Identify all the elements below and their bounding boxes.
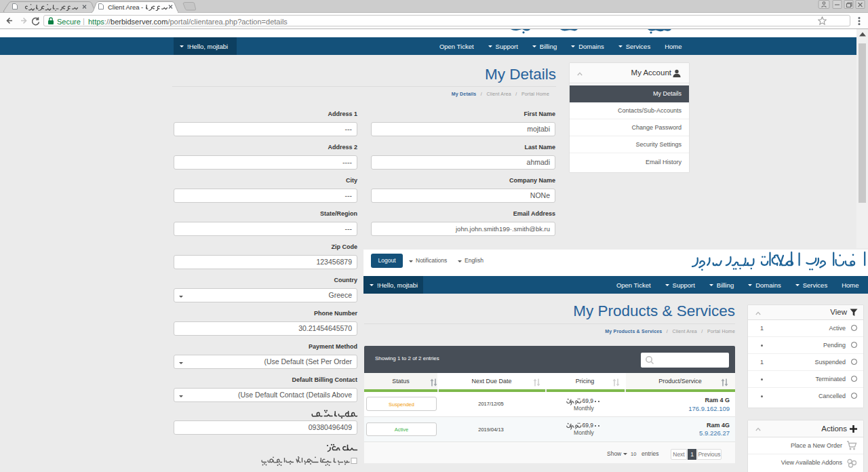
svg-text:Client Area -: Client Area - [108,3,143,11]
